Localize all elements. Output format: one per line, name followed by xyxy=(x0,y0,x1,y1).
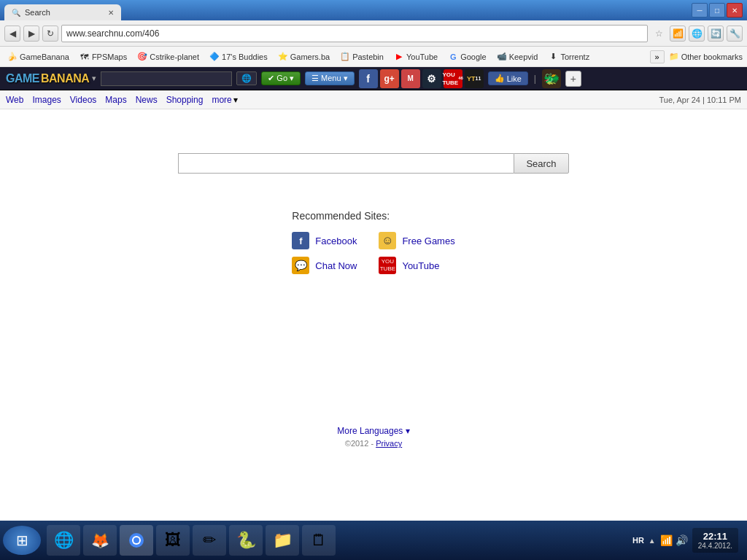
bookmark-youtube-label: YouTube xyxy=(406,52,438,61)
nav-web[interactable]: Web xyxy=(6,95,23,105)
nav-more[interactable]: more ▾ xyxy=(212,95,237,105)
globe-icon[interactable]: 🌐 xyxy=(689,26,705,42)
bookmark-star-button[interactable]: ☆ xyxy=(651,26,667,42)
nav-maps[interactable]: Maps xyxy=(105,95,126,105)
bookmark-gamersba[interactable]: ⭐ Gamers.ba xyxy=(275,50,333,63)
language-badge: HR xyxy=(632,536,644,545)
youtube-link[interactable]: YouTube xyxy=(402,260,439,271)
network-icon: 📶 xyxy=(660,534,673,546)
signal-icon: 📶 xyxy=(670,26,686,42)
nav-shopping[interactable]: Shopping xyxy=(166,95,204,105)
menu-icon: ☰ xyxy=(311,74,319,83)
moddb-social-icon[interactable]: M xyxy=(401,69,420,88)
nav-images[interactable]: Images xyxy=(32,95,61,105)
rec-facebook[interactable]: f Facebook xyxy=(292,232,357,249)
dropdown-icon: 🌐 xyxy=(241,74,252,83)
taskbar-app5[interactable]: 🐍 xyxy=(229,525,263,556)
bookmark-fpsmaps[interactable]: 🗺 FPSMaps xyxy=(77,50,130,63)
chat-now-link[interactable]: Chat Now xyxy=(315,260,357,271)
bookmark-pastebin-label: Pastebin xyxy=(352,52,384,61)
rec-chat-now[interactable]: 💬 Chat Now xyxy=(292,257,357,274)
bookmark-torrentz-label: Torrentz xyxy=(560,52,589,61)
forward-button[interactable]: ▶ xyxy=(23,26,39,42)
address-text: www.searchnu.com/406 xyxy=(66,28,640,39)
reload-button[interactable]: ↻ xyxy=(42,26,58,42)
gb-dropdown[interactable]: 🌐 xyxy=(236,71,257,85)
bookmark-17buddies[interactable]: 🔷 17's Buddies xyxy=(206,50,271,63)
menu-button[interactable]: ☰ Menu ▾ xyxy=(305,71,355,85)
menu-label: Menu ▾ xyxy=(321,74,348,83)
taskbar-notepad[interactable]: ✏ xyxy=(193,525,226,556)
footer-section: More Languages ▾ ©2012 - Privacy xyxy=(337,426,409,521)
facebook-social-icon[interactable]: f xyxy=(359,69,378,88)
youtube-bm-icon: ▶ xyxy=(394,52,404,62)
avatar-icon[interactable]: 🐲 xyxy=(542,69,561,88)
bookmark-google[interactable]: G Google xyxy=(445,50,489,63)
steam-social-icon[interactable]: ⚙ xyxy=(422,69,441,88)
googleplus-social-icon[interactable]: g+ xyxy=(380,69,399,88)
taskbar-folder[interactable]: 📁 xyxy=(266,525,299,556)
facebook-rec-icon: f xyxy=(292,232,309,249)
taskbar-chrome[interactable] xyxy=(120,525,153,556)
taskbar-app7[interactable]: 🗒 xyxy=(302,525,336,556)
bookmarks-bar: 🍌 GameBanana 🗺 FPSMaps 🎯 Cstrike-planet … xyxy=(0,47,747,67)
bookmark-torrentz[interactable]: ⬇ Torrentz xyxy=(545,50,592,63)
maximize-button[interactable]: □ xyxy=(709,3,725,18)
tab-area: 🔍 Search ✕ xyxy=(4,0,692,20)
gamersba-icon: ⭐ xyxy=(278,52,288,62)
search-button[interactable]: Search xyxy=(514,153,568,174)
search-box-container: Search xyxy=(178,153,568,174)
minimize-button[interactable]: ─ xyxy=(692,3,708,18)
main-search-input[interactable] xyxy=(178,153,514,174)
back-button[interactable]: ◀ xyxy=(4,26,20,42)
recommended-row-1: f Facebook ☺ Free Games xyxy=(292,232,454,249)
address-bar[interactable]: www.searchnu.com/406 xyxy=(61,25,648,42)
taskbar-firefox[interactable]: 🦊 xyxy=(83,525,117,556)
tools-icon[interactable]: 🔧 xyxy=(727,26,743,42)
rec-youtube[interactable]: YOUTUBE YouTube xyxy=(379,257,439,274)
logo-arrow[interactable]: ▾ xyxy=(92,74,96,83)
bookmark-gamebanana[interactable]: 🍌 GameBanana xyxy=(4,50,72,63)
keepvid-icon: 📹 xyxy=(497,52,507,62)
nav-more-label[interactable]: more xyxy=(212,95,231,105)
chrome-icon xyxy=(126,530,147,551)
refresh-icon[interactable]: 🔄 xyxy=(708,26,724,42)
tab-label: Search xyxy=(25,8,50,17)
more-languages-button[interactable]: More Languages ▾ xyxy=(337,426,409,436)
nav-news[interactable]: News xyxy=(136,95,158,105)
like-label: Like xyxy=(507,74,522,83)
system-tray: HR ▲ 📶 🔊 22:11 24.4.2012. xyxy=(627,528,744,553)
privacy-link[interactable]: Privacy xyxy=(376,439,402,448)
volume-icon[interactable]: 🔊 xyxy=(676,534,688,546)
nav-videos[interactable]: Videos xyxy=(70,95,96,105)
bookmark-keepvid[interactable]: 📹 Keepvid xyxy=(494,50,541,63)
taskbar-ie[interactable]: 🌐 xyxy=(47,525,80,556)
tray-expand-button[interactable]: ▲ xyxy=(649,537,656,545)
more-bookmarks-button[interactable]: » xyxy=(650,50,665,63)
facebook-link[interactable]: Facebook xyxy=(315,236,357,246)
like-button[interactable]: 👍 Like xyxy=(488,71,528,85)
title-bar: 🔍 Search ✕ ─ □ ✕ xyxy=(0,0,747,20)
rec-free-games[interactable]: ☺ Free Games xyxy=(379,232,454,249)
datetime-display: Tue, Apr 24 | 10:11 PM xyxy=(659,96,741,104)
bookmark-youtube[interactable]: ▶ YouTube xyxy=(391,50,441,63)
go-button[interactable]: ✔ Go ▾ xyxy=(261,71,301,85)
clock-time: 22:11 xyxy=(698,531,732,542)
taskbar-photoshop[interactable]: 🖼 xyxy=(156,525,190,556)
tab-close-button[interactable]: ✕ xyxy=(108,9,114,17)
copyright-text: ©2012 - Privacy xyxy=(345,439,402,448)
youtube-social-icon[interactable]: YOUTUBE46 xyxy=(444,69,462,88)
bookmark-cstrike[interactable]: 🎯 Cstrike-planet xyxy=(134,50,202,63)
youtube-rec-icon: YOUTUBE xyxy=(379,257,396,274)
other-bookmarks[interactable]: 📁 Other bookmarks xyxy=(669,52,743,61)
close-button[interactable]: ✕ xyxy=(727,3,743,18)
bookmark-pastebin[interactable]: 📋 Pastebin xyxy=(337,50,387,63)
clock[interactable]: 22:11 24.4.2012. xyxy=(692,528,738,553)
browser-tab[interactable]: 🔍 Search ✕ xyxy=(4,4,121,20)
clock-date: 24.4.2012. xyxy=(698,542,732,550)
free-games-link[interactable]: Free Games xyxy=(402,236,454,246)
gamebanana-logo: GAMEBANANA ▾ xyxy=(6,72,96,85)
add-button[interactable]: + xyxy=(565,71,581,87)
gamebanana-search-input[interactable] xyxy=(101,71,232,86)
start-button[interactable]: ⊞ xyxy=(3,526,41,555)
